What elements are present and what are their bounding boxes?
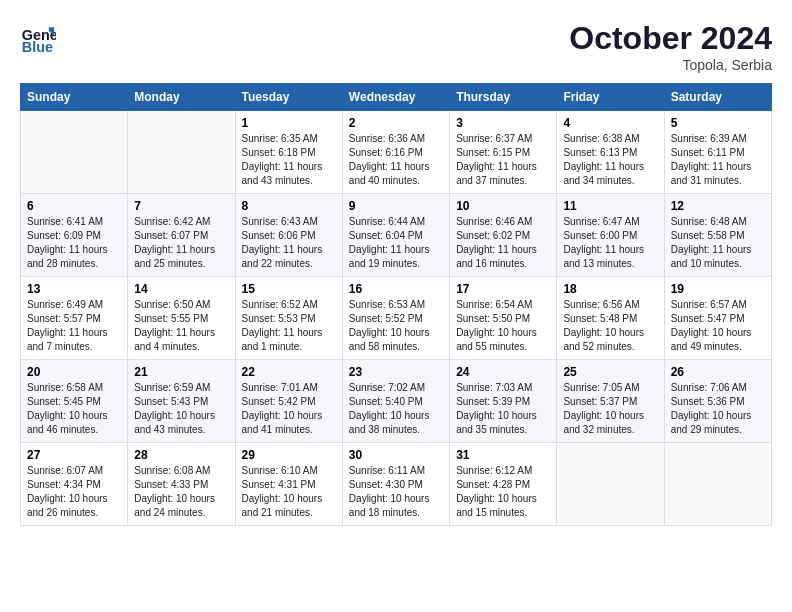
day-info: Sunrise: 6:49 AM Sunset: 5:57 PM Dayligh… (27, 298, 121, 354)
day-number: 31 (456, 448, 550, 462)
logo: General Blue (20, 20, 56, 56)
day-number: 21 (134, 365, 228, 379)
weekday-header-saturday: Saturday (664, 84, 771, 111)
day-number: 28 (134, 448, 228, 462)
calendar-cell: 27Sunrise: 6:07 AM Sunset: 4:34 PM Dayli… (21, 443, 128, 526)
week-row-1: 1Sunrise: 6:35 AM Sunset: 6:18 PM Daylig… (21, 111, 772, 194)
weekday-header-sunday: Sunday (21, 84, 128, 111)
weekday-header-wednesday: Wednesday (342, 84, 449, 111)
calendar-cell: 3Sunrise: 6:37 AM Sunset: 6:15 PM Daylig… (450, 111, 557, 194)
day-number: 16 (349, 282, 443, 296)
day-info: Sunrise: 7:03 AM Sunset: 5:39 PM Dayligh… (456, 381, 550, 437)
day-info: Sunrise: 6:39 AM Sunset: 6:11 PM Dayligh… (671, 132, 765, 188)
day-info: Sunrise: 6:50 AM Sunset: 5:55 PM Dayligh… (134, 298, 228, 354)
calendar-cell: 5Sunrise: 6:39 AM Sunset: 6:11 PM Daylig… (664, 111, 771, 194)
day-info: Sunrise: 6:41 AM Sunset: 6:09 PM Dayligh… (27, 215, 121, 271)
day-number: 26 (671, 365, 765, 379)
header-row: SundayMondayTuesdayWednesdayThursdayFrid… (21, 84, 772, 111)
calendar-table: SundayMondayTuesdayWednesdayThursdayFrid… (20, 83, 772, 526)
calendar-cell: 26Sunrise: 7:06 AM Sunset: 5:36 PM Dayli… (664, 360, 771, 443)
calendar-cell: 9Sunrise: 6:44 AM Sunset: 6:04 PM Daylig… (342, 194, 449, 277)
day-info: Sunrise: 6:56 AM Sunset: 5:48 PM Dayligh… (563, 298, 657, 354)
day-info: Sunrise: 6:57 AM Sunset: 5:47 PM Dayligh… (671, 298, 765, 354)
day-number: 30 (349, 448, 443, 462)
calendar-cell: 6Sunrise: 6:41 AM Sunset: 6:09 PM Daylig… (21, 194, 128, 277)
day-info: Sunrise: 6:52 AM Sunset: 5:53 PM Dayligh… (242, 298, 336, 354)
calendar-cell: 12Sunrise: 6:48 AM Sunset: 5:58 PM Dayli… (664, 194, 771, 277)
calendar-cell: 13Sunrise: 6:49 AM Sunset: 5:57 PM Dayli… (21, 277, 128, 360)
day-info: Sunrise: 6:07 AM Sunset: 4:34 PM Dayligh… (27, 464, 121, 520)
day-number: 3 (456, 116, 550, 130)
day-info: Sunrise: 6:54 AM Sunset: 5:50 PM Dayligh… (456, 298, 550, 354)
day-number: 12 (671, 199, 765, 213)
week-row-4: 20Sunrise: 6:58 AM Sunset: 5:45 PM Dayli… (21, 360, 772, 443)
day-info: Sunrise: 7:02 AM Sunset: 5:40 PM Dayligh… (349, 381, 443, 437)
calendar-cell (664, 443, 771, 526)
day-number: 20 (27, 365, 121, 379)
day-info: Sunrise: 6:36 AM Sunset: 6:16 PM Dayligh… (349, 132, 443, 188)
day-number: 9 (349, 199, 443, 213)
calendar-cell: 23Sunrise: 7:02 AM Sunset: 5:40 PM Dayli… (342, 360, 449, 443)
day-info: Sunrise: 6:10 AM Sunset: 4:31 PM Dayligh… (242, 464, 336, 520)
day-number: 23 (349, 365, 443, 379)
day-number: 19 (671, 282, 765, 296)
day-info: Sunrise: 6:08 AM Sunset: 4:33 PM Dayligh… (134, 464, 228, 520)
day-number: 15 (242, 282, 336, 296)
day-number: 13 (27, 282, 121, 296)
day-info: Sunrise: 6:53 AM Sunset: 5:52 PM Dayligh… (349, 298, 443, 354)
weekday-header-thursday: Thursday (450, 84, 557, 111)
day-number: 2 (349, 116, 443, 130)
day-number: 7 (134, 199, 228, 213)
calendar-cell: 19Sunrise: 6:57 AM Sunset: 5:47 PM Dayli… (664, 277, 771, 360)
logo-icon: General Blue (20, 20, 56, 56)
day-info: Sunrise: 7:01 AM Sunset: 5:42 PM Dayligh… (242, 381, 336, 437)
calendar-cell (21, 111, 128, 194)
svg-text:Blue: Blue (22, 39, 53, 55)
calendar-cell: 17Sunrise: 6:54 AM Sunset: 5:50 PM Dayli… (450, 277, 557, 360)
calendar-cell: 15Sunrise: 6:52 AM Sunset: 5:53 PM Dayli… (235, 277, 342, 360)
calendar-cell: 18Sunrise: 6:56 AM Sunset: 5:48 PM Dayli… (557, 277, 664, 360)
calendar-cell: 4Sunrise: 6:38 AM Sunset: 6:13 PM Daylig… (557, 111, 664, 194)
calendar-cell: 8Sunrise: 6:43 AM Sunset: 6:06 PM Daylig… (235, 194, 342, 277)
header-area: General Blue October 2024 Topola, Serbia (20, 20, 772, 73)
day-number: 22 (242, 365, 336, 379)
day-info: Sunrise: 6:38 AM Sunset: 6:13 PM Dayligh… (563, 132, 657, 188)
calendar-cell: 29Sunrise: 6:10 AM Sunset: 4:31 PM Dayli… (235, 443, 342, 526)
calendar-cell: 11Sunrise: 6:47 AM Sunset: 6:00 PM Dayli… (557, 194, 664, 277)
calendar-cell: 30Sunrise: 6:11 AM Sunset: 4:30 PM Dayli… (342, 443, 449, 526)
calendar-cell: 1Sunrise: 6:35 AM Sunset: 6:18 PM Daylig… (235, 111, 342, 194)
day-number: 25 (563, 365, 657, 379)
day-info: Sunrise: 6:35 AM Sunset: 6:18 PM Dayligh… (242, 132, 336, 188)
day-info: Sunrise: 6:46 AM Sunset: 6:02 PM Dayligh… (456, 215, 550, 271)
title-area: October 2024 Topola, Serbia (569, 20, 772, 73)
calendar-cell: 25Sunrise: 7:05 AM Sunset: 5:37 PM Dayli… (557, 360, 664, 443)
day-number: 5 (671, 116, 765, 130)
calendar-cell: 31Sunrise: 6:12 AM Sunset: 4:28 PM Dayli… (450, 443, 557, 526)
day-info: Sunrise: 6:11 AM Sunset: 4:30 PM Dayligh… (349, 464, 443, 520)
calendar-cell: 20Sunrise: 6:58 AM Sunset: 5:45 PM Dayli… (21, 360, 128, 443)
day-number: 29 (242, 448, 336, 462)
weekday-header-monday: Monday (128, 84, 235, 111)
weekday-header-friday: Friday (557, 84, 664, 111)
day-number: 6 (27, 199, 121, 213)
day-info: Sunrise: 6:43 AM Sunset: 6:06 PM Dayligh… (242, 215, 336, 271)
calendar-cell: 14Sunrise: 6:50 AM Sunset: 5:55 PM Dayli… (128, 277, 235, 360)
day-info: Sunrise: 7:05 AM Sunset: 5:37 PM Dayligh… (563, 381, 657, 437)
day-number: 10 (456, 199, 550, 213)
day-info: Sunrise: 6:59 AM Sunset: 5:43 PM Dayligh… (134, 381, 228, 437)
weekday-header-tuesday: Tuesday (235, 84, 342, 111)
week-row-3: 13Sunrise: 6:49 AM Sunset: 5:57 PM Dayli… (21, 277, 772, 360)
location-subtitle: Topola, Serbia (569, 57, 772, 73)
calendar-cell: 16Sunrise: 6:53 AM Sunset: 5:52 PM Dayli… (342, 277, 449, 360)
day-number: 1 (242, 116, 336, 130)
day-info: Sunrise: 6:58 AM Sunset: 5:45 PM Dayligh… (27, 381, 121, 437)
week-row-2: 6Sunrise: 6:41 AM Sunset: 6:09 PM Daylig… (21, 194, 772, 277)
day-number: 8 (242, 199, 336, 213)
day-number: 17 (456, 282, 550, 296)
day-number: 14 (134, 282, 228, 296)
calendar-cell: 2Sunrise: 6:36 AM Sunset: 6:16 PM Daylig… (342, 111, 449, 194)
day-number: 27 (27, 448, 121, 462)
day-number: 11 (563, 199, 657, 213)
month-title: October 2024 (569, 20, 772, 57)
calendar-cell: 22Sunrise: 7:01 AM Sunset: 5:42 PM Dayli… (235, 360, 342, 443)
